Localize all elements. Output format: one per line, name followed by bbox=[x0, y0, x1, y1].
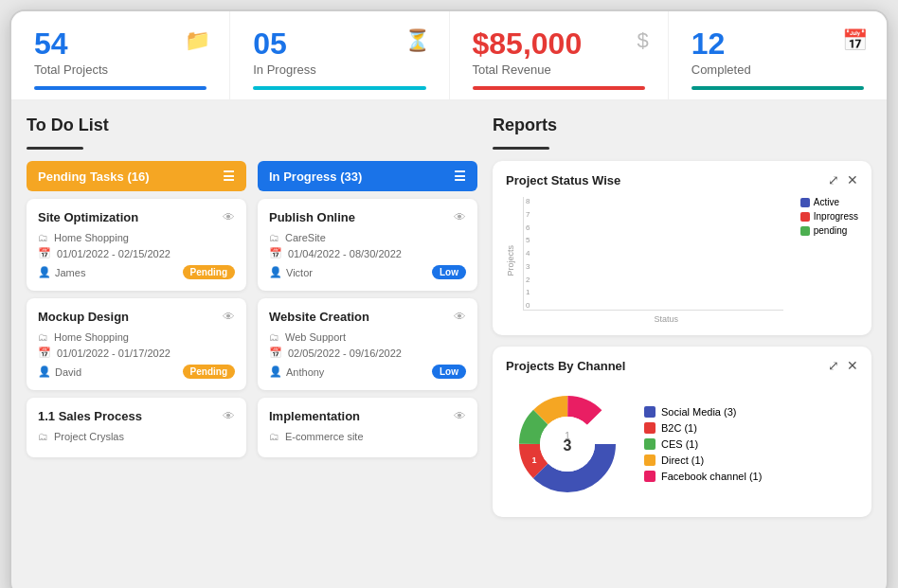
main-content: To Do List Pending Tasks (16) ☰ Site Opt… bbox=[11, 100, 887, 543]
task-folder-mockup: 🗂 Home Shopping bbox=[38, 331, 235, 343]
task-title-sales-process: 1.1 Sales Process bbox=[38, 409, 142, 423]
reports-title: Reports bbox=[493, 116, 871, 135]
filter-icon-inprogress[interactable]: ☰ bbox=[454, 169, 466, 184]
close-icon-donut[interactable]: ✕ bbox=[847, 358, 858, 373]
stat-number-total-projects: 54 bbox=[34, 28, 207, 59]
legend-inprogress: Inprogress bbox=[800, 211, 858, 222]
eye-icon-website[interactable]: 👁 bbox=[454, 310, 466, 324]
stat-number-in-progress: 05 bbox=[253, 28, 425, 59]
task-date-mockup: 📅 01/01/2022 - 01/17/2022 bbox=[38, 347, 235, 359]
reports-title-underline bbox=[493, 147, 549, 150]
dashboard: 54 Total Projects 📁 05 In Progress ⏳ $85… bbox=[9, 9, 889, 588]
y-axis-labels: 876543210 bbox=[524, 197, 531, 310]
stat-bar-total-revenue bbox=[473, 86, 645, 90]
legend-row-ces: CES (1) bbox=[644, 438, 762, 450]
task-footer-mockup: 👤 David Pending bbox=[38, 365, 235, 379]
folder-icon-task: 🗂 bbox=[38, 232, 48, 243]
folder-icon-implementation: 🗂 bbox=[269, 431, 279, 442]
eye-icon-mockup-design[interactable]: 👁 bbox=[223, 310, 235, 324]
task-user-mockup: 👤 David bbox=[38, 365, 81, 378]
eye-icon-implementation[interactable]: 👁 bbox=[454, 409, 466, 423]
task-folder-implementation: 🗂 E-commerce site bbox=[269, 431, 466, 442]
stats-row: 54 Total Projects 📁 05 In Progress ⏳ $85… bbox=[11, 11, 887, 100]
expand-icon-bar[interactable]: ⤢ bbox=[828, 172, 839, 187]
legend-dot-inprogress bbox=[800, 212, 810, 222]
legend-row-direct: Direct (1) bbox=[644, 454, 762, 466]
y-axis-label: Projects bbox=[506, 245, 515, 276]
expand-icon-donut[interactable]: ⤢ bbox=[828, 358, 839, 373]
stat-label-in-progress: In Progress bbox=[253, 62, 425, 77]
stat-in-progress: 05 In Progress ⏳ bbox=[230, 11, 449, 99]
stat-total-projects: 54 Total Projects 📁 bbox=[11, 11, 230, 99]
reports-section-header: Reports bbox=[493, 116, 871, 150]
legend-pending: pending bbox=[800, 225, 858, 236]
todo-columns: Pending Tasks (16) ☰ Site Optimization 👁… bbox=[27, 161, 477, 465]
task-date-website: 📅 02/05/2022 - 09/16/2022 bbox=[269, 347, 466, 359]
task-title-row-implementation: Implementation 👁 bbox=[269, 409, 466, 423]
donut-chart-card: Projects By Channel ⤢ ✕ bbox=[493, 347, 871, 517]
task-title-site-optimization: Site Optimization bbox=[38, 210, 138, 224]
bar-chart-legend: Active Inprogress pending bbox=[800, 197, 858, 236]
calendar-icon-website: 📅 bbox=[269, 347, 282, 359]
stat-number-total-revenue: $85,000 bbox=[473, 28, 645, 59]
stat-bar-total-projects bbox=[34, 86, 207, 90]
bar-chart-actions: ⤢ ✕ bbox=[828, 172, 858, 187]
task-date-site-optimization: 📅 01/01/2022 - 02/15/2022 bbox=[38, 247, 235, 259]
donut-chart-actions: ⤢ ✕ bbox=[828, 358, 858, 373]
bar-chart-title: Project Status Wise bbox=[506, 173, 620, 187]
task-card-sales-process: 1.1 Sales Process 👁 🗂 Project Cryslas bbox=[27, 398, 246, 457]
todo-panel: To Do List Pending Tasks (16) ☰ Site Opt… bbox=[27, 116, 477, 528]
task-title-row-publish: Publish Online 👁 bbox=[269, 210, 466, 224]
task-card-site-optimization: Site Optimization 👁 🗂 Home Shopping 📅 01… bbox=[27, 199, 246, 291]
task-badge-site-optimization: Pending bbox=[183, 265, 235, 279]
stat-number-completed: 12 bbox=[691, 28, 864, 59]
stat-bar-in-progress bbox=[253, 86, 425, 90]
task-footer-website: 👤 Anthony Low bbox=[269, 365, 466, 379]
pending-column-header: Pending Tasks (16) ☰ bbox=[27, 161, 246, 191]
task-card-mockup-design: Mockup Design 👁 🗂 Home Shopping 📅 01/01/… bbox=[27, 298, 246, 390]
legend-color-facebook bbox=[644, 471, 656, 482]
legend-row-facebook: Facebook channel (1) bbox=[644, 471, 762, 482]
stat-total-revenue: $85,000 Total Revenue $ bbox=[450, 11, 669, 99]
task-title-row-mockup: Mockup Design 👁 bbox=[38, 310, 235, 324]
task-title-website-creation: Website Creation bbox=[269, 310, 369, 324]
task-user-site-optimization: 👤 James bbox=[38, 266, 85, 278]
calendar-icon-mockup: 📅 bbox=[38, 347, 51, 359]
legend-color-ces bbox=[644, 438, 656, 450]
task-title-mockup-design: Mockup Design bbox=[38, 310, 129, 324]
legend-dot-active bbox=[800, 198, 810, 207]
stat-completed: 12 Completed 📅 bbox=[669, 11, 887, 99]
task-folder-publish: 🗂 CareSite bbox=[269, 232, 466, 243]
stat-label-total-projects: Total Projects bbox=[34, 62, 207, 77]
user-icon-publish: 👤 bbox=[269, 266, 282, 278]
legend-color-direct bbox=[644, 454, 656, 466]
filter-icon-pending[interactable]: ☰ bbox=[223, 169, 235, 184]
task-folder-site-optimization: 🗂 Home Shopping bbox=[38, 232, 235, 243]
x-axis-label: Status bbox=[549, 314, 783, 324]
user-icon: 👤 bbox=[38, 266, 51, 278]
eye-icon-site-optimization[interactable]: 👁 bbox=[223, 210, 235, 224]
task-title-row-website: Website Creation 👁 bbox=[269, 310, 466, 324]
inprogress-column: In Progress (33) ☰ Publish Online 👁 🗂 Ca… bbox=[258, 161, 477, 465]
folder-icon-sales: 🗂 bbox=[38, 431, 48, 442]
calendar-icon-publish: 📅 bbox=[269, 247, 282, 259]
folder-icon-publish: 🗂 bbox=[269, 232, 279, 243]
task-card-implementation: Implementation 👁 🗂 E-commerce site bbox=[258, 398, 477, 457]
task-badge-publish: Low bbox=[432, 265, 466, 279]
legend-dot-pending bbox=[800, 226, 810, 236]
eye-icon-sales[interactable]: 👁 bbox=[223, 409, 235, 423]
folder-icon-mockup: 🗂 bbox=[38, 331, 48, 343]
task-title-publish-online: Publish Online bbox=[269, 210, 355, 224]
todo-section-header: To Do List bbox=[27, 116, 477, 150]
eye-icon-publish[interactable]: 👁 bbox=[454, 210, 466, 224]
task-title-row-sales: 1.1 Sales Process 👁 bbox=[38, 409, 235, 423]
dollar-icon: $ bbox=[638, 28, 649, 53]
pending-column: Pending Tasks (16) ☰ Site Optimization 👁… bbox=[27, 161, 246, 465]
task-title-implementation: Implementation bbox=[269, 409, 360, 423]
bar-chart-header: Project Status Wise ⤢ ✕ bbox=[506, 172, 858, 187]
legend-row-b2c: B2C (1) bbox=[644, 422, 762, 434]
bars-group bbox=[550, 197, 675, 310]
legend-active: Active bbox=[800, 197, 858, 207]
close-icon-bar[interactable]: ✕ bbox=[847, 172, 858, 187]
donut-legend: Social Media (3) B2C (1) CES (1) Di bbox=[644, 406, 762, 482]
